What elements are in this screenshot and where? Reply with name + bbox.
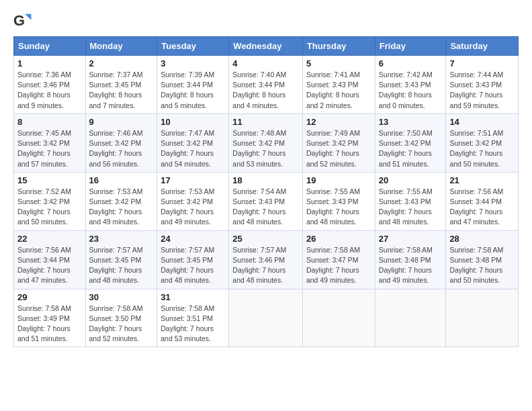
day-info: Sunrise: 7:50 AM Sunset: 3:42 PM Dayligh… xyxy=(379,128,443,169)
calendar-cell: 28 Sunrise: 7:58 AM Sunset: 3:48 PM Dayl… xyxy=(446,230,519,289)
day-info: Sunrise: 7:58 AM Sunset: 3:50 PM Dayligh… xyxy=(89,304,154,345)
calendar-cell: 10 Sunrise: 7:47 AM Sunset: 3:42 PM Dayl… xyxy=(157,113,229,172)
day-info: Sunrise: 7:58 AM Sunset: 3:47 PM Dayligh… xyxy=(306,245,371,286)
svg-text:G: G xyxy=(13,12,25,29)
calendar-cell: 18 Sunrise: 7:54 AM Sunset: 3:43 PM Dayl… xyxy=(229,172,303,230)
day-info: Sunrise: 7:58 AM Sunset: 3:49 PM Dayligh… xyxy=(17,304,82,345)
calendar-cell: 27 Sunrise: 7:58 AM Sunset: 3:48 PM Dayl… xyxy=(375,230,446,289)
day-number: 28 xyxy=(449,234,515,244)
day-number: 29 xyxy=(17,292,82,302)
calendar-week-row: 1 Sunrise: 7:36 AM Sunset: 3:46 PM Dayli… xyxy=(14,56,519,114)
day-of-week-header: Wednesday xyxy=(229,37,303,56)
calendar-cell: 21 Sunrise: 7:56 AM Sunset: 3:44 PM Dayl… xyxy=(446,172,519,230)
day-info: Sunrise: 7:52 AM Sunset: 3:42 PM Dayligh… xyxy=(17,187,82,228)
day-number: 7 xyxy=(449,58,515,68)
calendar-week-row: 29 Sunrise: 7:58 AM Sunset: 3:49 PM Dayl… xyxy=(14,289,519,347)
day-of-week-header: Thursday xyxy=(302,37,375,56)
day-number: 18 xyxy=(232,175,299,185)
day-number: 13 xyxy=(379,117,443,127)
calendar-cell: 7 Sunrise: 7:44 AM Sunset: 3:43 PM Dayli… xyxy=(446,56,519,114)
calendar-cell: 20 Sunrise: 7:55 AM Sunset: 3:43 PM Dayl… xyxy=(375,172,446,230)
day-info: Sunrise: 7:36 AM Sunset: 3:46 PM Dayligh… xyxy=(17,70,82,111)
calendar-cell: 13 Sunrise: 7:50 AM Sunset: 3:42 PM Dayl… xyxy=(375,113,446,172)
day-number: 2 xyxy=(89,58,154,68)
day-info: Sunrise: 7:48 AM Sunset: 3:42 PM Dayligh… xyxy=(232,128,299,169)
day-of-week-header: Monday xyxy=(85,37,157,56)
calendar-cell: 5 Sunrise: 7:41 AM Sunset: 3:43 PM Dayli… xyxy=(302,56,375,114)
day-number: 17 xyxy=(161,175,225,185)
calendar-cell: 26 Sunrise: 7:58 AM Sunset: 3:47 PM Dayl… xyxy=(302,230,375,289)
day-number: 27 xyxy=(379,234,443,244)
day-number: 14 xyxy=(449,117,515,127)
page-header: G xyxy=(13,11,519,30)
svg-marker-1 xyxy=(25,14,31,20)
calendar-cell: 2 Sunrise: 7:37 AM Sunset: 3:45 PM Dayli… xyxy=(85,56,157,114)
day-info: Sunrise: 7:57 AM Sunset: 3:45 PM Dayligh… xyxy=(161,245,225,286)
day-info: Sunrise: 7:40 AM Sunset: 3:44 PM Dayligh… xyxy=(232,70,299,111)
calendar-cell: 24 Sunrise: 7:57 AM Sunset: 3:45 PM Dayl… xyxy=(157,230,229,289)
day-of-week-header: Tuesday xyxy=(157,37,229,56)
day-info: Sunrise: 7:44 AM Sunset: 3:43 PM Dayligh… xyxy=(449,70,515,111)
day-number: 8 xyxy=(17,117,82,127)
day-info: Sunrise: 7:41 AM Sunset: 3:43 PM Dayligh… xyxy=(306,70,371,111)
day-info: Sunrise: 7:57 AM Sunset: 3:45 PM Dayligh… xyxy=(89,245,154,286)
day-info: Sunrise: 7:58 AM Sunset: 3:51 PM Dayligh… xyxy=(161,304,225,345)
day-info: Sunrise: 7:49 AM Sunset: 3:42 PM Dayligh… xyxy=(306,128,371,169)
calendar-header-row: SundayMondayTuesdayWednesdayThursdayFrid… xyxy=(14,37,519,56)
calendar-cell: 15 Sunrise: 7:52 AM Sunset: 3:42 PM Dayl… xyxy=(14,172,86,230)
day-of-week-header: Friday xyxy=(375,37,446,56)
day-info: Sunrise: 7:57 AM Sunset: 3:46 PM Dayligh… xyxy=(232,245,299,286)
day-info: Sunrise: 7:55 AM Sunset: 3:43 PM Dayligh… xyxy=(379,187,443,228)
day-number: 5 xyxy=(306,58,371,68)
calendar-cell: 19 Sunrise: 7:55 AM Sunset: 3:43 PM Dayl… xyxy=(302,172,375,230)
calendar-cell: 3 Sunrise: 7:39 AM Sunset: 3:44 PM Dayli… xyxy=(157,56,229,114)
day-number: 4 xyxy=(232,58,299,68)
day-info: Sunrise: 7:58 AM Sunset: 3:48 PM Dayligh… xyxy=(449,245,515,286)
day-number: 11 xyxy=(232,117,299,127)
calendar-cell xyxy=(446,289,519,347)
day-number: 15 xyxy=(17,175,82,185)
day-info: Sunrise: 7:46 AM Sunset: 3:42 PM Dayligh… xyxy=(89,128,154,169)
logo: G xyxy=(13,11,35,30)
logo-icon: G xyxy=(13,11,32,30)
day-info: Sunrise: 7:47 AM Sunset: 3:42 PM Dayligh… xyxy=(161,128,225,169)
day-number: 26 xyxy=(306,234,371,244)
day-number: 9 xyxy=(89,117,154,127)
day-info: Sunrise: 7:45 AM Sunset: 3:42 PM Dayligh… xyxy=(17,128,82,169)
calendar-cell: 1 Sunrise: 7:36 AM Sunset: 3:46 PM Dayli… xyxy=(14,56,86,114)
day-number: 22 xyxy=(17,234,82,244)
calendar-cell: 25 Sunrise: 7:57 AM Sunset: 3:46 PM Dayl… xyxy=(229,230,303,289)
calendar-cell: 9 Sunrise: 7:46 AM Sunset: 3:42 PM Dayli… xyxy=(85,113,157,172)
day-info: Sunrise: 7:37 AM Sunset: 3:45 PM Dayligh… xyxy=(89,70,154,111)
calendar-cell: 22 Sunrise: 7:56 AM Sunset: 3:44 PM Dayl… xyxy=(14,230,86,289)
calendar-week-row: 22 Sunrise: 7:56 AM Sunset: 3:44 PM Dayl… xyxy=(14,230,519,289)
calendar-cell xyxy=(302,289,375,347)
day-info: Sunrise: 7:55 AM Sunset: 3:43 PM Dayligh… xyxy=(306,187,371,228)
calendar-week-row: 15 Sunrise: 7:52 AM Sunset: 3:42 PM Dayl… xyxy=(14,172,519,230)
calendar-cell: 29 Sunrise: 7:58 AM Sunset: 3:49 PM Dayl… xyxy=(14,289,86,347)
day-info: Sunrise: 7:56 AM Sunset: 3:44 PM Dayligh… xyxy=(449,187,515,228)
day-number: 25 xyxy=(232,234,299,244)
day-number: 3 xyxy=(161,58,225,68)
calendar-cell: 23 Sunrise: 7:57 AM Sunset: 3:45 PM Dayl… xyxy=(85,230,157,289)
day-info: Sunrise: 7:42 AM Sunset: 3:43 PM Dayligh… xyxy=(379,70,443,111)
day-number: 12 xyxy=(306,117,371,127)
calendar-cell xyxy=(229,289,303,347)
day-number: 20 xyxy=(379,175,443,185)
calendar-table: SundayMondayTuesdayWednesdayThursdayFrid… xyxy=(13,36,519,347)
day-number: 10 xyxy=(161,117,225,127)
day-number: 31 xyxy=(161,292,225,302)
calendar-cell: 12 Sunrise: 7:49 AM Sunset: 3:42 PM Dayl… xyxy=(302,113,375,172)
day-number: 21 xyxy=(449,175,515,185)
day-info: Sunrise: 7:39 AM Sunset: 3:44 PM Dayligh… xyxy=(161,70,225,111)
day-info: Sunrise: 7:56 AM Sunset: 3:44 PM Dayligh… xyxy=(17,245,82,286)
calendar-cell: 30 Sunrise: 7:58 AM Sunset: 3:50 PM Dayl… xyxy=(85,289,157,347)
calendar-cell: 14 Sunrise: 7:51 AM Sunset: 3:42 PM Dayl… xyxy=(446,113,519,172)
day-number: 23 xyxy=(89,234,154,244)
calendar-cell: 31 Sunrise: 7:58 AM Sunset: 3:51 PM Dayl… xyxy=(157,289,229,347)
calendar-cell: 17 Sunrise: 7:53 AM Sunset: 3:42 PM Dayl… xyxy=(157,172,229,230)
day-of-week-header: Sunday xyxy=(14,37,86,56)
calendar-cell: 16 Sunrise: 7:53 AM Sunset: 3:42 PM Dayl… xyxy=(85,172,157,230)
calendar-cell xyxy=(375,289,446,347)
day-number: 24 xyxy=(161,234,225,244)
